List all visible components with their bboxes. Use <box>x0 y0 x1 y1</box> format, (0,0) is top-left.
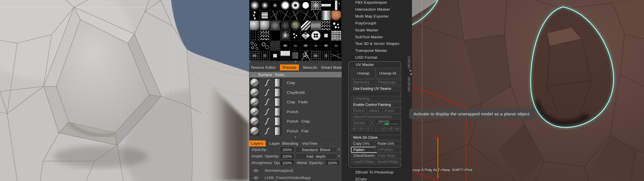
density-button[interactable]: Density <box>351 120 371 125</box>
alpha-thumbnail-square[interactable] <box>270 51 280 60</box>
spin-right-icon[interactable]: ▸ <box>322 161 324 164</box>
alpha-thumbnail-burst[interactable] <box>281 31 290 40</box>
opacity-label[interactable]: ◂Opacity▸ <box>251 147 267 152</box>
alpha-thumbnail-dots[interactable] <box>260 31 270 40</box>
spin-right-icon[interactable]: ▸ <box>278 155 279 158</box>
surface-tool-polish-flat[interactable]: Polish Flat <box>249 126 342 136</box>
surface-tool-claybuild[interactable]: ClayBuild <box>249 88 342 98</box>
alpha-thumbnail-crack[interactable] <box>291 11 300 20</box>
menu-item-multi-map-exporter[interactable]: Multi Map Exporter <box>355 14 389 18</box>
work-on-clone-button[interactable]: Work On Clone <box>351 135 401 140</box>
alpha-thumbnail-smudge-dim[interactable] <box>311 41 321 50</box>
depth-opacity-value-field[interactable]: 100% <box>280 153 294 159</box>
depth-blend-dropdown[interactable]: Add depth <box>295 153 337 159</box>
visibility-eye-icon[interactable] <box>253 176 258 180</box>
attract-button[interactable]: Attract <box>367 108 384 113</box>
menu-item-text-3d-vector-shapes[interactable]: Text 3D & Vector Shapes <box>355 41 400 46</box>
symmetry-button[interactable]: Symmetry <box>351 79 378 85</box>
metal-opacity-label[interactable]: ◂Metal Opacity▸ <box>296 161 324 165</box>
layer-row[interactable]: Normalmap[ext] <box>249 167 342 174</box>
surface-tool-polish-clay[interactable]: Polish Clay <box>249 117 342 126</box>
alpha-thumbnail-strokes-v[interactable] <box>311 21 321 30</box>
checkseams-button[interactable]: CheckSeams <box>351 153 377 158</box>
tab-layers[interactable]: Layers <box>249 140 266 146</box>
alpha-thumbnail-capsule-v[interactable] <box>331 1 341 10</box>
alpha-thumbnail-stripes[interactable] <box>291 51 300 60</box>
alpha-thumbnail-spike[interactable] <box>270 31 280 40</box>
alpha-thumbnail-scratch[interactable] <box>331 51 341 60</box>
roughness-opacity-value-field[interactable]: 100% <box>280 160 294 166</box>
list-more-icon[interactable]: ▼ <box>249 136 342 139</box>
density-mult-div4[interactable]: /4 <box>351 126 357 132</box>
alpha-thumbnail-smudge[interactable] <box>321 41 331 50</box>
alpha-grid-scrollstrip[interactable]: ▼ <box>249 61 342 64</box>
depth-dropdown-arrow-icon[interactable]: ▼ <box>338 155 341 158</box>
alpha-thumbnail-smudge[interactable] <box>281 41 290 50</box>
alpha-thumbnail-chevrons[interactable] <box>301 21 311 30</box>
alpha-thumbnail-smudge-dim[interactable] <box>291 41 300 50</box>
alpha-thumbnail-smudge[interactable] <box>301 41 311 50</box>
spin-right-icon[interactable]: ▸ <box>266 148 267 151</box>
metal-opacity-value-field[interactable]: 100% <box>325 160 340 166</box>
alpha-thumbnail-patch2[interactable] <box>321 51 331 60</box>
menu-item-transpose-master[interactable]: Transpose Master <box>355 48 387 53</box>
surface-tool-polish[interactable]: Polish <box>249 107 342 117</box>
density-slider-knob[interactable] <box>384 123 389 125</box>
tab-texture-editor[interactable]: Texture Editor <box>251 65 276 70</box>
alpha-thumbnail-dots[interactable] <box>321 21 331 30</box>
alpha-thumbnail-radial-lg[interactable] <box>250 1 260 10</box>
surface-tool-clay[interactable]: Clay <box>249 78 342 88</box>
alpha-thumbnail-dots-faint[interactable] <box>250 31 260 40</box>
density-mult-div2[interactable]: /2 <box>365 126 371 132</box>
save-ctrl-map-button[interactable]: SaveCtrlMap <box>375 159 401 164</box>
alpha-thumbnail-smudge-dim[interactable] <box>331 41 341 50</box>
divider-collapse-left-icon[interactable]: ◀ <box>410 73 412 75</box>
paste-uvs-button[interactable]: Paste UVs <box>375 141 401 146</box>
alpha-thumbnail-button4[interactable] <box>311 31 321 40</box>
collapse-icon[interactable]: - <box>252 73 254 77</box>
load-ctrl-map-button[interactable]: LoadCtrlMap <box>351 159 377 164</box>
divider-expand-right-icon[interactable]: ▶ <box>410 69 412 72</box>
alpha-thumbnail-diamond[interactable] <box>301 31 311 40</box>
panel-divider-handle[interactable] <box>408 56 410 69</box>
alpha-thumbnail-dragon[interactable] <box>301 51 311 60</box>
clear-maps-button[interactable]: Clear Maps <box>375 153 401 158</box>
layer-row[interactable]: LOW_FromUnfolderMaya <box>249 174 342 181</box>
alpha-thumbnail-scribble[interactable] <box>270 41 280 50</box>
menu-item-subtool-master[interactable]: SubTool Master <box>355 35 383 39</box>
density-mult-div3[interactable]: /3 <box>358 126 364 132</box>
polygroups-button[interactable]: Polygroups <box>376 79 401 85</box>
unwrap-button[interactable]: Unwrap <box>351 68 376 79</box>
density-mult-x3[interactable]: x3 <box>387 126 394 132</box>
alpha-thumbnail-crack[interactable] <box>311 11 321 20</box>
alpha-thumbnail-crack[interactable] <box>270 11 280 20</box>
copy-uvs-button[interactable]: Copy UVs <box>351 141 377 146</box>
depth-opacity-label[interactable]: ◂Depth Opacity▸ <box>251 154 279 158</box>
surface-tool-clay-fade[interactable]: Clay Fade <box>249 97 342 107</box>
blend-dropdown-arrow-icon[interactable]: ▼ <box>338 148 341 151</box>
alpha-thumbnail-splat[interactable] <box>331 21 341 30</box>
alpha-thumbnail-crack2[interactable] <box>301 11 311 20</box>
blend-mode-dropdown[interactable]: Standard Blend <box>295 147 337 153</box>
alpha-thumbnail-sphere[interactable] <box>260 21 270 30</box>
left-viewport-canvas[interactable] <box>0 0 249 181</box>
alpha-thumbnail-cubes[interactable] <box>260 11 270 20</box>
alpha-thumbnail-grad-v[interactable] <box>321 11 331 20</box>
alpha-thumbnail-ring[interactable] <box>291 1 300 10</box>
menu-item-polygroupit[interactable]: PolyGroupIt <box>355 21 376 25</box>
tab-layer-blending[interactable]: Layer Blending <box>270 141 298 146</box>
alpha-thumbnail-patch2[interactable] <box>260 51 270 60</box>
visibility-eye-icon[interactable] <box>253 169 258 172</box>
alpha-thumbnail-rings2[interactable] <box>260 41 270 50</box>
flatten-button[interactable]: Flatten <box>351 147 377 153</box>
alpha-thumbnail-square[interactable] <box>321 31 331 40</box>
density-slider[interactable] <box>376 124 399 124</box>
alpha-thumbnail-spray[interactable] <box>311 1 321 10</box>
menu-item-zcolor[interactable]: ZColor <box>355 177 367 181</box>
left-3d-viewport[interactable] <box>0 0 249 181</box>
density-mult-x2[interactable]: x2 <box>380 126 387 132</box>
alpha-thumbnail-noise[interactable] <box>331 31 341 40</box>
alpha-thumbnail-half[interactable] <box>281 51 290 60</box>
uv-master-title[interactable]: UV Master <box>356 62 374 67</box>
roughness-opacity-label[interactable]: ◂Roughness Opa▸ <box>251 161 283 165</box>
